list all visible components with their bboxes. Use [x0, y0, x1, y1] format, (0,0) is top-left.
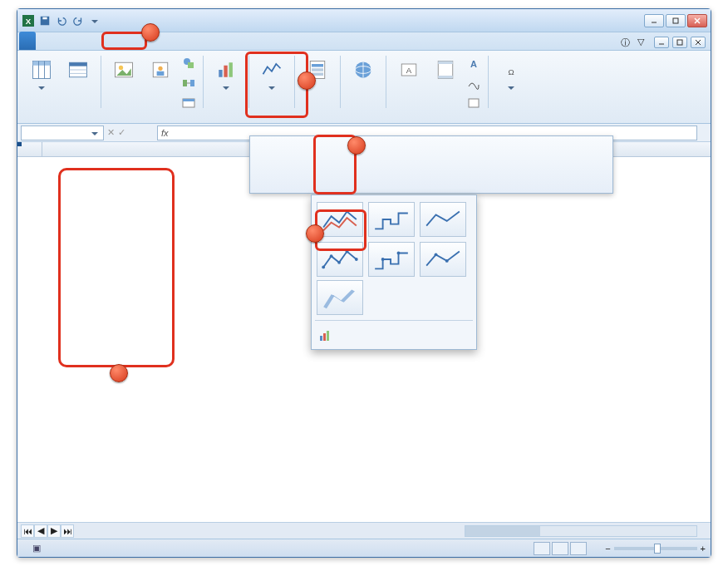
svg-point-53 [355, 258, 358, 261]
last-sheet-button[interactable]: ⏭ [61, 524, 74, 538]
shapes-icon[interactable] [180, 54, 198, 72]
close-button[interactable] [687, 14, 707, 27]
pivot-table-button[interactable] [24, 54, 59, 92]
zoom-out-button[interactable]: − [605, 544, 610, 554]
chart-type-bar [249, 135, 613, 194]
line-chart-type-2[interactable] [368, 202, 415, 237]
view-pagebreak-button[interactable] [570, 542, 587, 555]
hyperlink-button[interactable] [346, 54, 381, 87]
svg-rect-36 [312, 68, 323, 71]
ribbon-min-icon[interactable]: ▽ [637, 37, 651, 50]
screenshot-icon[interactable] [180, 94, 198, 112]
smartart-icon[interactable] [180, 74, 198, 92]
svg-text:A: A [406, 66, 412, 75]
headerfooter-button[interactable] [428, 54, 463, 87]
3d-line-chart-type[interactable] [317, 280, 363, 315]
svg-text:X: X [26, 16, 32, 25]
svg-rect-26 [188, 62, 194, 68]
group-sparklines [251, 52, 293, 121]
signature-icon[interactable] [465, 74, 483, 92]
svg-point-21 [119, 66, 123, 70]
svg-rect-3 [42, 17, 47, 19]
svg-rect-33 [229, 62, 233, 77]
save-icon[interactable] [37, 13, 52, 28]
svg-point-52 [346, 250, 349, 253]
picture-button[interactable] [106, 54, 141, 87]
prev-sheet-button[interactable]: ◀ [34, 524, 47, 538]
svg-point-51 [337, 261, 341, 264]
next-sheet-button[interactable]: ▶ [47, 524, 61, 538]
svg-rect-45 [438, 76, 453, 79]
object-icon[interactable] [465, 94, 483, 112]
line-chart-type-3[interactable] [420, 202, 466, 237]
group-links [342, 52, 384, 121]
group-symbols: Ω [490, 52, 532, 121]
textbox-button[interactable]: A [391, 54, 426, 87]
line-chart-type-5[interactable] [368, 242, 415, 277]
svg-rect-28 [190, 80, 194, 86]
svg-point-57 [445, 259, 449, 263]
svg-rect-58 [320, 336, 322, 341]
ribbon-tabs: ⓘ ▽ [17, 32, 711, 51]
svg-rect-59 [323, 333, 326, 341]
redo-icon[interactable] [71, 13, 86, 28]
ribbon: A A [17, 51, 711, 124]
hyperlink-icon [350, 57, 376, 83]
wordart-icon[interactable]: A [465, 54, 483, 72]
minimize-button[interactable] [644, 14, 664, 27]
svg-point-23 [158, 66, 162, 71]
sparklines-button[interactable] [254, 54, 289, 92]
macro-record-icon[interactable]: ▣ [32, 543, 41, 554]
svg-rect-35 [312, 64, 323, 67]
excel-icon[interactable]: X [21, 13, 36, 28]
fx-icon[interactable]: fx [161, 128, 169, 138]
charts-button[interactable] [209, 54, 243, 92]
file-tab[interactable] [19, 32, 36, 50]
headerfooter-icon [432, 57, 459, 83]
svg-rect-13 [33, 62, 51, 66]
marker-5 [306, 224, 324, 243]
select-all-corner[interactable] [17, 142, 42, 157]
cancel-icon[interactable]: ✕ [107, 127, 115, 138]
marker-1 [110, 364, 128, 382]
all-charts-icon [318, 329, 332, 344]
quick-access-toolbar: X [21, 13, 102, 28]
textbox-icon: A [396, 57, 422, 83]
status-bar: ▣ − + [17, 539, 711, 557]
doc-close-button[interactable] [691, 37, 706, 48]
view-pagelayout-button[interactable] [552, 542, 568, 555]
enter-icon[interactable]: ✓ [118, 127, 125, 138]
zoom-in-button[interactable]: + [701, 544, 706, 554]
svg-rect-47 [469, 99, 479, 107]
svg-rect-9 [677, 40, 682, 45]
table-button[interactable] [61, 54, 96, 87]
svg-point-50 [330, 254, 333, 258]
svg-rect-24 [157, 71, 165, 76]
svg-point-49 [322, 266, 325, 269]
line-chart-type-6[interactable] [420, 242, 466, 277]
symbols-button[interactable]: Ω [494, 54, 529, 92]
chevron-down-icon[interactable] [90, 130, 100, 135]
help-icon[interactable]: ⓘ [621, 37, 634, 50]
doc-minimize-button[interactable] [654, 37, 669, 48]
clipart-icon [147, 57, 174, 83]
undo-icon[interactable] [54, 13, 69, 28]
clipart-button[interactable] [143, 54, 178, 87]
maximize-button[interactable] [666, 14, 686, 27]
all-chart-types-button[interactable] [317, 326, 471, 347]
svg-text:A: A [470, 59, 477, 69]
zoom-slider[interactable] [614, 547, 697, 550]
line-chart-type-4[interactable] [317, 242, 363, 277]
svg-rect-27 [183, 80, 187, 86]
table-icon [65, 57, 91, 83]
name-box[interactable] [21, 126, 104, 140]
doc-restore-button[interactable] [672, 37, 687, 48]
svg-rect-60 [327, 331, 329, 341]
first-sheet-button[interactable]: ⏮ [21, 524, 34, 538]
qat-dropdown-icon[interactable] [87, 13, 102, 28]
svg-rect-44 [438, 62, 453, 65]
svg-rect-5 [673, 18, 678, 23]
hscrollbar[interactable] [465, 525, 697, 537]
group-illustrations [103, 52, 201, 121]
view-normal-button[interactable] [534, 542, 550, 555]
